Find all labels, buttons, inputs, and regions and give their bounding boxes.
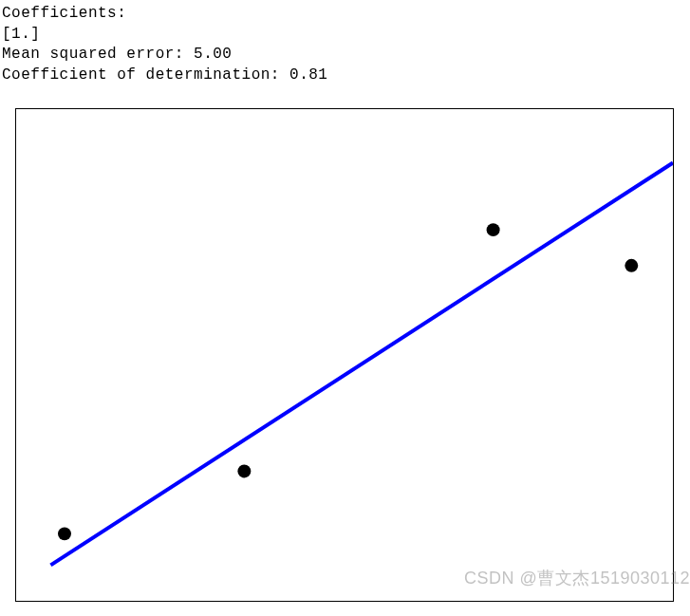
scatter-plot bbox=[16, 109, 673, 601]
regression-line-group bbox=[50, 163, 673, 566]
chart-frame bbox=[15, 108, 674, 602]
data-point bbox=[487, 224, 500, 237]
data-point bbox=[237, 465, 251, 478]
coefficients-label: Coefficients: bbox=[2, 4, 688, 25]
chart-container bbox=[15, 108, 674, 602]
console-output: Coefficients: [1.] Mean squared error: 5… bbox=[0, 0, 690, 85]
data-points-group bbox=[58, 224, 638, 541]
data-point bbox=[625, 259, 638, 272]
mse-line: Mean squared error: 5.00 bbox=[2, 45, 688, 65]
r2-line: Coefficient of determination: 0.81 bbox=[2, 65, 688, 86]
regression-line bbox=[50, 163, 673, 566]
coefficients-value: [1.] bbox=[2, 25, 688, 46]
data-point bbox=[58, 528, 71, 541]
